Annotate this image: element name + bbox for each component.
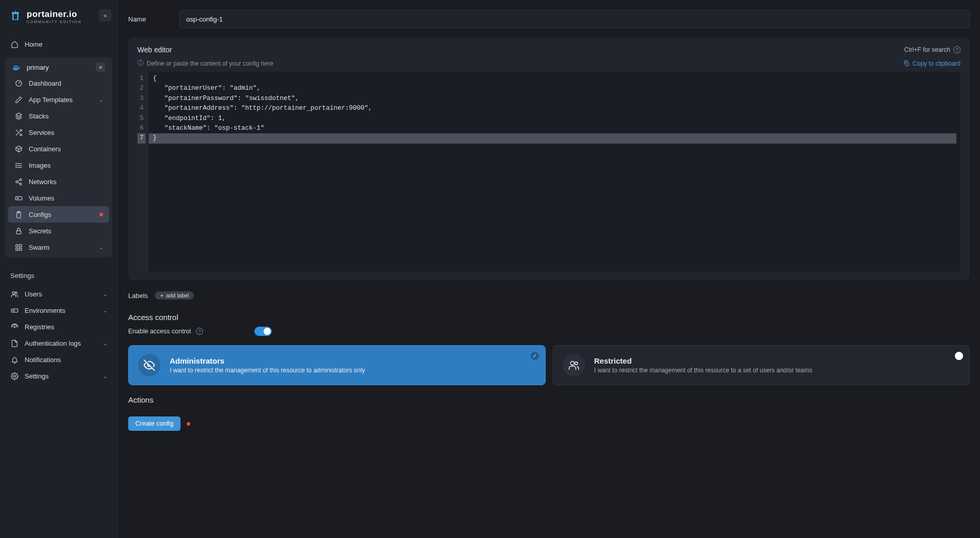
name-input[interactable] [179,10,970,28]
hdd-icon [14,194,23,202]
chevron-down-icon: ⌄ [99,245,103,250]
users-icon [563,354,585,376]
info-icon: ⓘ [137,59,144,68]
actions-title: Actions [128,385,970,409]
environment-name: primary [27,64,49,71]
svg-point-5 [15,165,16,165]
sidebar-item-label: Containers [29,145,103,153]
eye-off-icon [138,354,161,376]
name-label: Name [128,15,179,23]
sidebar-home-label: Home [25,41,107,48]
card-title: Administrators [170,356,365,365]
access-card-restricted[interactable]: Restricted I want to restrict the manage… [553,345,970,385]
users-icon [10,290,18,298]
editor-gutter: 1234567 [137,72,149,272]
editor-code-area[interactable]: { "portainerUser": "admin", "portainerPa… [149,72,961,272]
sidebar-item-users[interactable]: Users ⌄ [4,286,113,302]
portainer-logo-icon [8,9,23,24]
sidebar-item-images[interactable]: Images [8,157,109,173]
sidebar-item-stacks[interactable]: Stacks [8,108,109,124]
sidebar-item-configs[interactable]: Configs [8,206,109,223]
svg-point-27 [14,326,15,328]
sidebar-home[interactable]: Home [4,36,113,52]
sidebar-item-label: Notifications [25,356,107,364]
lock-icon [14,227,23,235]
main-content: Name Web editor Ctrl+F for search ? ⓘ De… [118,0,980,538]
svg-rect-17 [16,230,21,233]
svg-point-23 [15,292,17,294]
card-title: Restricted [594,356,813,365]
web-editor-panel: Web editor Ctrl+F for search ? ⓘ Define … [128,37,970,280]
sidebar-item-dashboard[interactable]: Dashboard [8,75,109,91]
sidebar-item-authentication-logs[interactable]: Authentication logs ⌄ [4,335,113,351]
sidebar-item-environments[interactable]: Environments ⌄ [4,302,113,318]
sidebar-item-label: App Templates [29,96,93,104]
sidebar-item-label: Services [29,129,103,136]
chevron-left-icon: « [104,12,107,18]
sidebar-item-label: Stacks [29,112,103,120]
plus-icon: + [160,292,163,298]
add-label-button[interactable]: + add label [155,291,194,300]
box-icon [14,145,23,153]
sidebar-item-label: Secrets [29,227,103,235]
brand-logo[interactable]: portainer.io COMMUNITY EDITION [8,9,82,24]
status-dot [187,422,190,426]
add-label-text: add label [166,292,189,298]
card-radio [955,352,963,360]
brand-edition: COMMUNITY EDITION [27,20,82,24]
gauge-icon [14,79,23,87]
share-icon [14,177,23,186]
sidebar-item-label: Registries [25,323,107,331]
sidebar-item-secrets[interactable]: Secrets [8,223,109,239]
home-icon [10,40,18,48]
help-icon[interactable]: ? [196,328,203,335]
settings-section-label: Settings [0,265,117,284]
brand-name: portainer.io [27,10,82,18]
sidebar-item-settings[interactable]: Settings ⌄ [4,368,113,384]
sidebar-item-label: Swarm [29,244,93,251]
help-icon[interactable]: ? [953,46,961,53]
copy-to-clipboard-button[interactable]: Copy to clipboard [903,60,961,67]
sidebar-item-registries[interactable]: Registries [4,318,113,335]
chevron-down-icon: ⌄ [103,308,107,313]
clipboard-icon [14,210,23,218]
sidebar-item-networks[interactable]: Networks [8,173,109,190]
sidebar-item-services[interactable]: Services [8,124,109,141]
layers-icon [14,112,23,120]
docker-icon [12,63,22,72]
sidebar-item-label: Configs [29,211,93,218]
access-card-administrators[interactable]: Administrators I want to restrict the ma… [128,345,546,385]
sidebar-item-label: Networks [29,178,103,186]
svg-point-28 [13,375,15,377]
chevron-down-icon: ⌄ [103,341,107,346]
sidebar-item-volumes[interactable]: Volumes [8,190,109,206]
enable-access-label: Enable access control [128,328,191,335]
sidebar-item-notifications[interactable]: Notifications [4,351,113,368]
sidebar-item-containers[interactable]: Containers [8,141,109,157]
svg-point-31 [574,362,577,365]
sidebar-item-label: Settings [25,372,97,380]
access-control-toggle[interactable] [254,327,272,336]
card-description: I want to restrict the management of thi… [170,367,365,374]
radio-icon [10,323,18,331]
svg-line-11 [17,182,19,184]
sidebar-item-swarm[interactable]: Swarm ⌄ [8,239,109,255]
sidebar-item-label: Authentication logs [25,340,97,347]
svg-point-13 [16,197,17,198]
svg-point-6 [15,167,16,167]
svg-rect-20 [15,248,17,250]
create-config-button[interactable]: Create config [128,416,181,431]
sidebar-collapse-button[interactable]: « [99,9,111,22]
svg-rect-21 [19,248,21,250]
sidebar-item-app-templates[interactable]: App Templates ⌄ [8,91,109,108]
environment-block: primary ✕ Dashboard App Templates ⌄ Stac… [5,57,112,257]
environment-close-button[interactable]: ✕ [96,63,105,72]
svg-point-25 [12,310,13,310]
svg-point-14 [18,197,18,198]
status-dot [99,213,103,216]
sidebar-item-label: Environments [25,307,97,314]
editor-search-hint: Ctrl+F for search [904,46,950,53]
sidebar-item-label: Images [29,162,103,169]
chevron-down-icon: ⌄ [99,97,103,103]
code-editor[interactable]: 1234567 { "portainerUser": "admin", "por… [137,72,961,272]
